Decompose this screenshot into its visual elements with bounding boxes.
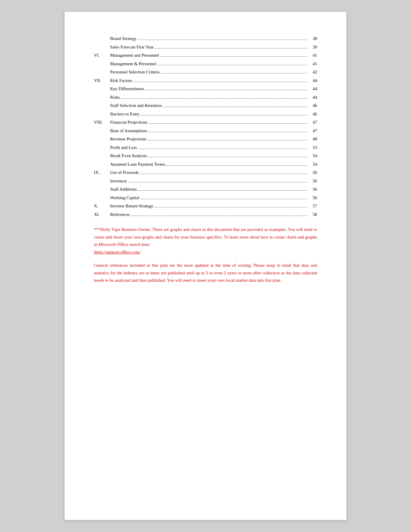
toc-entry: VII.Risk Factors44 [94, 77, 317, 84]
toc-label: Use of Proceeds [110, 169, 139, 176]
toc-dots [146, 90, 307, 90]
toc-label: References [110, 211, 130, 218]
toc-page: 44 [308, 85, 317, 92]
toc-dots [148, 157, 307, 157]
toc-section-num: XI. [94, 211, 110, 218]
toc-page: 54 [308, 152, 317, 159]
toc-dots [140, 174, 307, 174]
toc-indent-wrapper: Base of Assumptions47 [94, 127, 317, 134]
toc-label: Barriers to Entry [110, 111, 140, 118]
toc-entry: XI.References58 [94, 211, 317, 218]
red-notice-2: General references included in this plan… [94, 262, 317, 284]
toc-indent-wrapper: Personnel Selection Criteria42 [94, 69, 317, 75]
toc-label: Risk Factors [110, 77, 132, 84]
toc-label: Personnel Selection Criteria [110, 69, 159, 75]
toc-dots [154, 207, 307, 207]
toc-page: 54 [308, 161, 317, 168]
toc-page: 48 [308, 136, 317, 142]
toc-indent-wrapper: Management & Personnel41 [94, 61, 317, 67]
toc-container: Brand Strategy38Sales Forecast First Yea… [94, 35, 317, 218]
toc-label: Revenue Projections [110, 136, 146, 142]
red-notice-1-prelink: ***Hello Vape Business Owner. There are … [94, 227, 317, 247]
toc-entry: IX.Use of Proceeds56 [94, 169, 317, 176]
document-page: Brand Strategy38Sales Forecast First Yea… [65, 12, 346, 520]
toc-label: Brand Strategy [110, 35, 137, 42]
toc-label: Key Differentiators [110, 85, 144, 92]
support-office-link[interactable]: https://support.office.com/ [94, 250, 141, 254]
toc-page: 57 [308, 203, 317, 209]
toc-page: 46 [308, 111, 317, 118]
toc-label: Sales Forecast First Year [110, 44, 154, 51]
toc-dots [163, 107, 307, 107]
toc-page: 53 [308, 144, 317, 151]
toc-dots [149, 132, 307, 132]
toc-indent-wrapper: Assumed Loan Payment Terms54 [94, 161, 317, 168]
toc-indent-wrapper: Revenue Projections48 [94, 136, 317, 142]
toc-label: Risks [110, 94, 120, 101]
toc-entry: VI.Management and Personnel41 [94, 52, 317, 59]
toc-label: Staff Selection and Retention [110, 102, 162, 109]
toc-dots [149, 123, 307, 124]
red-notice-1: ***Hello Vape Business Owner. There are … [94, 226, 317, 256]
toc-page: 56 [308, 186, 317, 193]
toc-label: Working Capital [110, 194, 139, 201]
toc-label: Financial Projections [110, 119, 147, 126]
toc-indent-wrapper: Staff Additions56 [94, 186, 317, 193]
toc-indent-wrapper: Risks44 [94, 94, 317, 101]
toc-indent-wrapper: Break Even Analysis54 [94, 152, 317, 159]
toc-section-num: X. [94, 203, 110, 209]
toc-label: Inventory [110, 178, 127, 184]
toc-entry: X.Investor Return Strategy57 [94, 203, 317, 209]
toc-page: 56 [308, 194, 317, 201]
toc-page: 47 [308, 119, 317, 126]
toc-label: Base of Assumptions [110, 127, 147, 134]
toc-label: Assumed Loan Payment Terms [110, 161, 165, 168]
toc-indent-wrapper: Staff Selection and Retention46 [94, 102, 317, 109]
toc-label: Profit and Loss [110, 144, 137, 151]
toc-label: Break Even Analysis [110, 152, 147, 159]
toc-dots [138, 149, 307, 149]
toc-indent-wrapper: Key Differentiators44 [94, 85, 317, 92]
toc-dots [128, 182, 307, 182]
toc-page: 46 [308, 102, 317, 109]
toc-dots [138, 40, 307, 40]
toc-dots [138, 190, 307, 191]
toc-label: Investor Return Strategy [110, 203, 153, 209]
toc-page: 44 [308, 94, 317, 101]
toc-indent-wrapper: Barriers to Entry46 [94, 111, 317, 118]
toc-label: Management & Personnel [110, 61, 156, 67]
toc-indent-wrapper: Sales Forecast First Year39 [94, 44, 317, 51]
toc-label: Staff Additions [110, 186, 137, 193]
toc-page: 41 [308, 61, 317, 67]
toc-dots [160, 56, 307, 57]
toc-section-num: VI. [94, 52, 110, 59]
toc-indent-wrapper: Brand Strategy38 [94, 35, 317, 42]
toc-dots [140, 199, 307, 199]
toc-page: 44 [308, 77, 317, 84]
toc-section-num: VIII. [94, 119, 110, 126]
toc-dots [161, 73, 307, 73]
toc-dots [148, 140, 307, 140]
toc-dots [155, 48, 307, 48]
toc-page: 42 [308, 69, 317, 75]
toc-dots [133, 82, 307, 82]
toc-entry: VIII.Financial Projections47 [94, 119, 317, 126]
toc-page: 38 [308, 35, 317, 42]
toc-dots [131, 216, 307, 216]
toc-indent-wrapper: Inventory56 [94, 178, 317, 184]
toc-page: 47 [308, 127, 317, 134]
toc-page: 56 [308, 178, 317, 184]
toc-section-num: IX. [94, 169, 110, 176]
toc-indent-wrapper: Working Capital56 [94, 194, 317, 201]
toc-label: Management and Personnel [110, 52, 159, 59]
toc-dots [166, 165, 307, 166]
toc-section-num: VII. [94, 77, 110, 84]
toc-dots [157, 65, 307, 65]
toc-page: 41 [308, 52, 317, 59]
toc-page: 58 [308, 211, 317, 218]
toc-indent-wrapper: Profit and Loss53 [94, 144, 317, 151]
toc-page: 39 [308, 44, 317, 51]
toc-page: 56 [308, 169, 317, 176]
toc-dots [121, 98, 307, 99]
toc-dots [141, 115, 307, 115]
